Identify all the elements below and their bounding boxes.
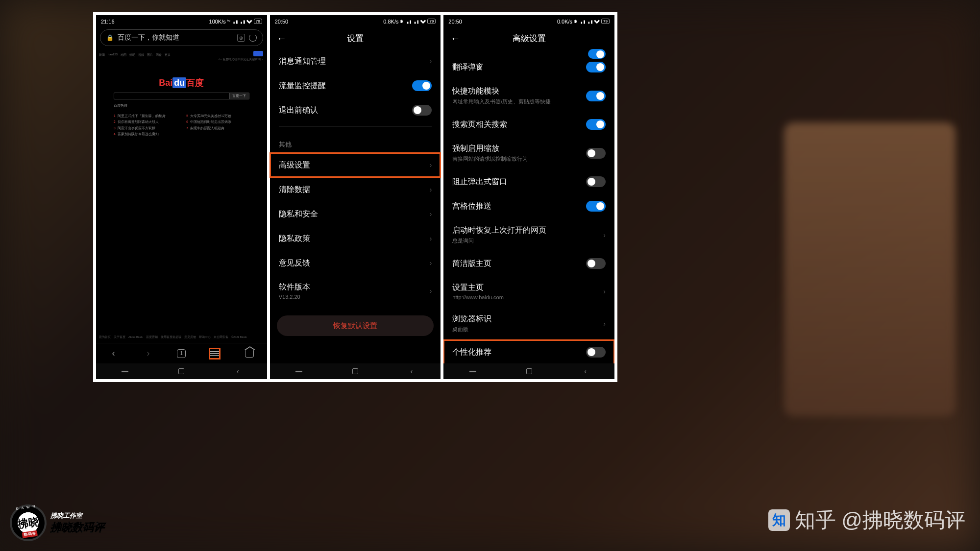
system-nav: ‹ (270, 363, 441, 379)
status-bar: 20:50 0.0K/s ✱ 79 (443, 15, 614, 27)
settings-row[interactable]: 宫格位推送 (443, 194, 614, 218)
row-label: 清除数据 (279, 185, 310, 195)
row-label: 宫格位推送 (452, 201, 491, 212)
toggle-switch[interactable] (412, 80, 432, 91)
row-subtitle: 总是询问 (452, 237, 546, 244)
settings-row[interactable]: 浏览器标识桌面版› (443, 307, 614, 340)
settings-row[interactable]: 高级设置› (270, 153, 441, 177)
chevron-right-icon: › (603, 287, 606, 295)
sys-home-icon[interactable] (526, 368, 532, 374)
toggle-switch[interactable] (586, 148, 606, 159)
chevron-right-icon: › (430, 57, 432, 65)
watermark-logo: 拂晓 数·码·评 拂晓工作室 拂晓数码评 (10, 504, 104, 541)
signal-icon (405, 19, 411, 24)
login-badge[interactable]: 登录 (253, 51, 263, 56)
bookmark-icon[interactable]: ⊕ (237, 34, 245, 42)
row-label: 消息通知管理 (279, 56, 326, 67)
sys-recents-icon[interactable] (294, 367, 304, 375)
chevron-right-icon: › (430, 186, 432, 193)
toggle-switch[interactable] (586, 62, 606, 72)
page-title: 设置 (270, 33, 441, 44)
row-label: 意见反馈 (279, 258, 310, 268)
settings-row[interactable]: 消息通知管理› (270, 49, 441, 73)
settings-header: ← 高级设置 (443, 27, 614, 49)
toggle-switch[interactable] (586, 91, 606, 101)
sys-home-icon[interactable] (352, 368, 358, 374)
settings-row[interactable]: 流量监控提醒 (270, 73, 441, 98)
status-speed: 0.8K/s (383, 19, 398, 24)
settings-row[interactable]: 简洁版主页 (443, 251, 614, 276)
sys-back-icon[interactable]: ‹ (407, 367, 416, 375)
baidu-logo: Baidu百度 (99, 77, 264, 89)
sys-back-icon[interactable]: ‹ (581, 367, 590, 375)
baidu-hot-list[interactable]: 阿里正式推下「聚划算」的翻身切尔西将迎战阿森纳大战人阿富汗出事反应不齐双标富豪别… (114, 113, 249, 137)
baidu-topnav[interactable]: 新闻hao123地图贴吧视频图片网盘更多 (99, 53, 264, 57)
sys-recents-icon[interactable] (468, 367, 478, 375)
chevron-right-icon: › (430, 287, 432, 295)
watermark-zhihu: 知 知乎 @拂晓数码评 (768, 506, 965, 534)
reset-button[interactable]: 恢复默认设置 (277, 315, 434, 336)
status-time: 20:50 (275, 19, 289, 24)
nav-forward-icon[interactable]: › (142, 348, 154, 359)
wifi-icon (420, 19, 426, 24)
row-label: 搜索页相关搜索 (452, 120, 507, 130)
nav-tabs-icon[interactable]: 1 (177, 349, 186, 358)
settings-header: ← 设置 (270, 27, 441, 49)
toggle-switch[interactable] (412, 105, 432, 116)
sys-home-icon[interactable] (178, 368, 184, 374)
section-header: 其他 (270, 131, 441, 153)
battery-icon: 79 (601, 19, 610, 24)
row-label: 软件版本 (279, 282, 310, 292)
battery-icon: 79 (427, 19, 436, 24)
sys-back-icon[interactable]: ‹ (233, 367, 243, 375)
browser-bottom-nav: ‹ › 1 (96, 343, 267, 363)
address-bar[interactable]: 🔒 百度一下，你就知道 ⊕ (100, 29, 263, 46)
chevron-right-icon: › (430, 259, 432, 267)
signal-icon (587, 19, 592, 24)
settings-row[interactable]: 快捷功能模块网址常用输入及书签/历史、剪贴版等快捷 (443, 79, 614, 112)
sys-recents-icon[interactable] (120, 367, 130, 375)
baidu-search-box[interactable]: 百度一下 (114, 93, 249, 99)
back-icon[interactable]: ← (450, 33, 460, 44)
toggle-switch[interactable] (586, 258, 606, 269)
chevron-right-icon: › (430, 210, 432, 218)
system-nav: ‹ (443, 363, 614, 379)
settings-row[interactable]: 启动时恢复上次打开的网页总是询问› (443, 218, 614, 251)
toggle-switch[interactable] (586, 119, 606, 130)
settings-row[interactable]: 强制启用缩放替换网站的请求以控制缩放行为 (443, 137, 614, 169)
refresh-icon[interactable] (249, 34, 257, 42)
nav-back-icon[interactable]: ‹ (107, 348, 119, 359)
chevron-right-icon: › (603, 320, 606, 328)
nav-menu-icon[interactable] (209, 348, 220, 359)
wifi-icon (594, 19, 600, 24)
toggle-switch[interactable] (586, 201, 606, 212)
back-icon[interactable]: ← (277, 33, 287, 44)
toggle-switch[interactable] (588, 49, 606, 59)
settings-row[interactable]: 个性化推荐 (443, 340, 614, 363)
settings-row[interactable]: 意见反馈› (270, 251, 441, 275)
phone-screen-settings: 20:50 0.8K/s ✱ 79 ← 设置 消息通知管理› 流量监控提醒 退出… (270, 15, 441, 379)
toggle-switch[interactable] (586, 176, 606, 187)
settings-row[interactable]: 隐私政策› (270, 226, 441, 251)
baidu-search-button[interactable]: 百度一下 (229, 93, 249, 99)
settings-row[interactable]: 搜索页相关搜索 (443, 112, 614, 137)
settings-row[interactable]: 软件版本V13.2.20› (270, 275, 441, 307)
settings-row[interactable]: 退出前确认 (270, 98, 441, 122)
row-label: 退出前确认 (279, 105, 318, 116)
row-label: 启动时恢复上次打开的网页 (452, 225, 546, 236)
settings-row[interactable]: 阻止弹出式窗口 (443, 169, 614, 194)
row-label: 阻止弹出式窗口 (452, 177, 507, 187)
settings-row[interactable]: 翻译弹窗 (443, 55, 614, 79)
page-title: 高级设置 (443, 33, 614, 44)
zhihu-icon: 知 (768, 509, 790, 531)
nav-home-icon[interactable] (244, 348, 255, 359)
settings-row[interactable]: 隐私和安全› (270, 202, 441, 226)
lock-icon: 🔒 (106, 34, 114, 41)
settings-row[interactable]: 清除数据› (270, 177, 441, 202)
row-subtitle: 网址常用输入及书签/历史、剪贴版等快捷 (452, 98, 551, 105)
settings-row[interactable]: 设置主页http://www.baidu.com› (443, 276, 614, 307)
status-time: 21:16 (101, 19, 115, 24)
toggle-switch[interactable] (586, 347, 606, 358)
status-bar: 21:16 100K/s ᵇᵍ 78 (96, 15, 267, 27)
chevron-right-icon: › (603, 231, 606, 239)
